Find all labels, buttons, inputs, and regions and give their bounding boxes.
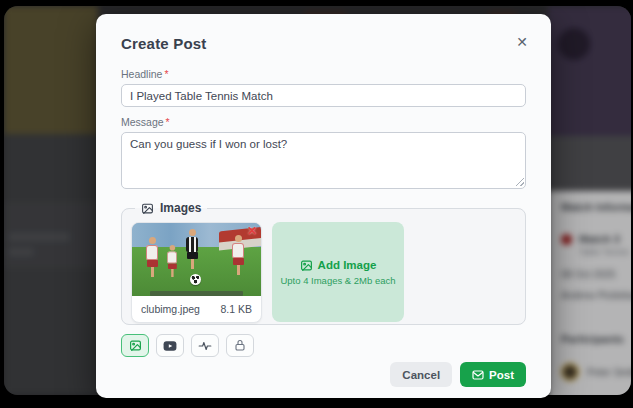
- photo-watermark: [150, 291, 243, 296]
- photo-shape: [190, 274, 201, 285]
- message-label-text: Message: [121, 116, 164, 128]
- add-image-main: Add Image: [300, 259, 377, 272]
- attach-image-icon: [129, 339, 142, 352]
- attach-image-button[interactable]: [121, 334, 149, 357]
- photo-shape: [167, 245, 177, 277]
- headline-label-text: Headline: [121, 68, 162, 80]
- image-thumbnail: ✕: [132, 223, 261, 296]
- add-image-label: Add Image: [318, 259, 377, 271]
- post-button-label: Post: [489, 369, 514, 381]
- modal-header: Create Post ✕: [121, 14, 526, 52]
- photo-shape: [186, 229, 198, 269]
- image-filename: clubimg.jpeg: [141, 303, 200, 315]
- images-legend-text: Images: [160, 201, 201, 215]
- uploaded-image-card: ✕ clubimg.jpeg 8.1 KB: [131, 222, 262, 323]
- headline-input[interactable]: [121, 84, 526, 107]
- attach-youtube-icon: [163, 340, 177, 352]
- required-mark: *: [166, 116, 170, 128]
- images-legend: Images: [135, 201, 207, 215]
- photo-shape: [232, 235, 244, 275]
- remove-image-icon[interactable]: ✕: [247, 225, 257, 237]
- create-post-modal: Create Post ✕ Headline* Message* Can you…: [96, 14, 551, 398]
- cancel-button[interactable]: Cancel: [390, 362, 452, 387]
- message-field-wrap: Can you guess if I won or lost?: [121, 132, 526, 189]
- add-image-hint: Upto 4 Images & 2Mb each: [280, 275, 395, 286]
- photo-shape: [146, 237, 158, 277]
- images-section: Images: [121, 201, 526, 325]
- modal-footer: Cancel Post: [390, 362, 526, 387]
- headline-label: Headline*: [121, 68, 526, 80]
- attachment-type-row: [121, 334, 526, 357]
- add-image-button[interactable]: Add Image Upto 4 Images & 2Mb each: [272, 222, 404, 322]
- message-label: Message*: [121, 116, 526, 128]
- attach-activity-button[interactable]: [191, 334, 219, 357]
- images-legend-icon: [141, 202, 154, 215]
- post-mail-icon: [472, 370, 484, 380]
- attach-activity-icon: [198, 340, 212, 352]
- message-textarea[interactable]: Can you guess if I won or lost?: [121, 132, 526, 189]
- image-filesize: 8.1 KB: [220, 303, 252, 315]
- image-caption: clubimg.jpeg 8.1 KB: [132, 296, 261, 322]
- close-icon[interactable]: ✕: [514, 33, 530, 51]
- attach-lock-button[interactable]: [226, 334, 254, 357]
- images-row: ✕ clubimg.jpeg 8.1 KB Add Image Upto 4 I…: [131, 222, 516, 323]
- attach-lock-icon: [234, 339, 246, 352]
- post-button[interactable]: Post: [460, 362, 526, 387]
- modal-title: Create Post: [121, 35, 207, 52]
- required-mark: *: [164, 68, 168, 80]
- add-image-icon: [300, 259, 313, 272]
- attach-youtube-button[interactable]: [156, 334, 184, 357]
